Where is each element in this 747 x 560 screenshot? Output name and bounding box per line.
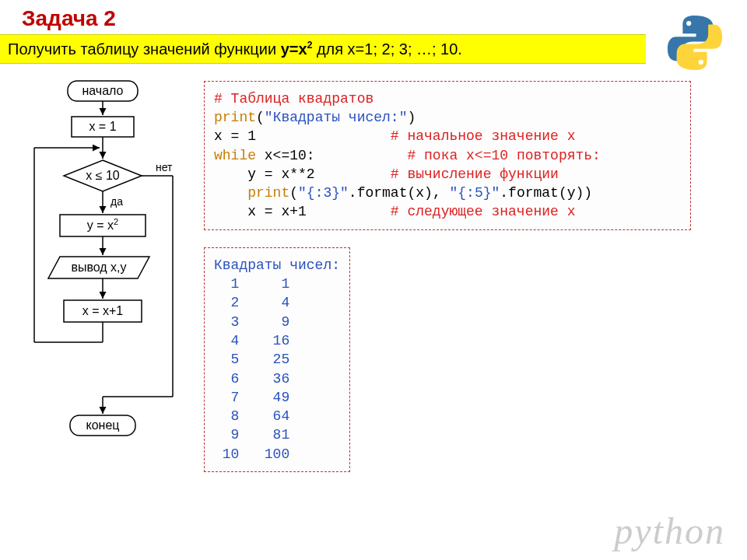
task-banner: Получить таблицу значений функции y=x2 д…	[0, 34, 646, 64]
svg-point-1	[699, 60, 703, 65]
code-l2-close: )	[407, 110, 416, 125]
code-l6-indent	[214, 185, 247, 201]
code-l1: # Таблица квадратов	[214, 91, 374, 107]
code-l4: x<=10:	[256, 148, 407, 163]
code-l6-end: .format(y))	[500, 185, 592, 201]
code-l6-str1: "{:3}"	[298, 185, 349, 201]
code-l3-com: # начальное значение x	[391, 128, 576, 144]
code-l6-str2: "{:5}"	[449, 185, 500, 201]
code-l6-paren: (	[289, 185, 298, 201]
python-logo-icon	[665, 12, 725, 76]
flow-end: конец	[86, 418, 120, 432]
task-text-suffix: для x=1; 2; 3; …; 10.	[312, 40, 462, 58]
flow-inc: x = x+1	[82, 304, 124, 317]
code-l7-com: # следующее значение x	[391, 204, 576, 219]
code-l4-com: # пока x<=10 повторять:	[407, 148, 600, 163]
flow-start: начало	[82, 84, 123, 97]
code-l6-fn: print	[247, 185, 289, 201]
flow-output: вывод x,y	[71, 261, 126, 274]
flow-no-label: нет	[156, 161, 173, 173]
code-l4-kw: while	[214, 148, 256, 163]
task-func: y=x	[281, 40, 307, 58]
code-l5-com: # вычисление функции	[391, 166, 559, 182]
flowchart: начало x = 1 x ≤ 10 нет да y = x2 выво	[0, 78, 204, 472]
code-block: # Таблица квадратов print("Квадраты чисе…	[204, 81, 691, 230]
code-l6-mid: .format(x),	[349, 185, 450, 201]
code-l2-paren: (	[256, 110, 265, 125]
flow-cond: x ≤ 10	[86, 169, 120, 182]
svg-point-0	[686, 21, 691, 26]
page-title: Задача 2	[0, 0, 747, 34]
flow-init: x = 1	[89, 120, 116, 133]
code-l2-fn: print	[214, 110, 256, 125]
code-l2-str: "Квадраты чисел:"	[265, 110, 408, 125]
code-l7: x = x+1	[214, 204, 391, 219]
python-watermark: python	[614, 509, 725, 552]
output-block: Квадраты чисел: 1 1 2 4 3 9 4 16 5 25 6 …	[204, 247, 350, 472]
flow-yes-label: да	[110, 195, 123, 208]
code-l3: x = 1	[214, 128, 391, 144]
code-l5: y = x**2	[214, 166, 391, 182]
task-text-prefix: Получить таблицу значений функции	[8, 40, 281, 58]
